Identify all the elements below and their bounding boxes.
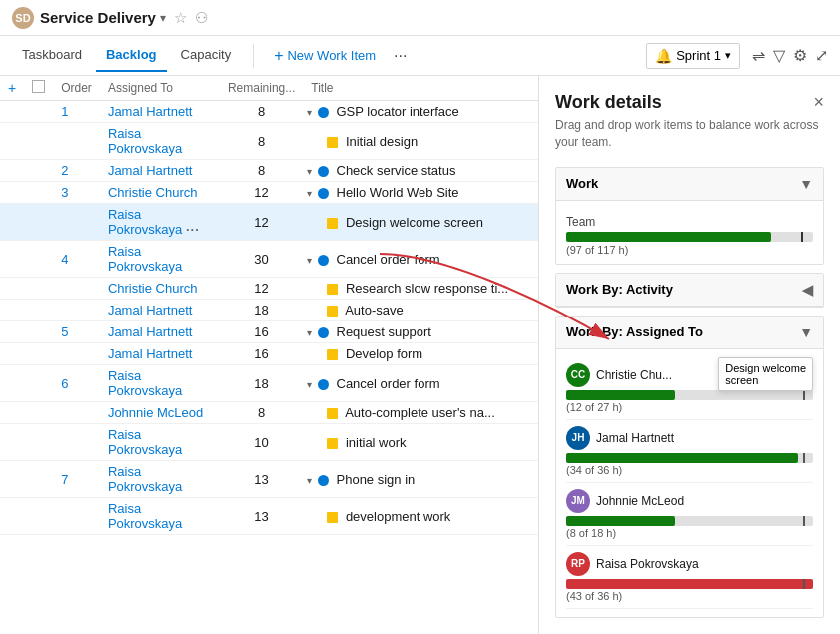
- row-remaining: 12: [220, 278, 303, 300]
- row-order: [53, 300, 100, 321]
- work-section: Work ▼ Team (97 of 117 h): [555, 167, 824, 265]
- checkbox-icon[interactable]: [32, 80, 45, 93]
- item-type-icon: [327, 512, 338, 523]
- row-check: [24, 101, 53, 123]
- row-assigned[interactable]: Raisa Pokrovskaya: [100, 241, 220, 278]
- plus-icon: +: [274, 47, 283, 65]
- row-assigned[interactable]: Jamal Hartnett: [100, 300, 220, 321]
- row-order: 6: [53, 365, 100, 402]
- assigned-section-content: CC Christie Chu... Design welcomescreen …: [556, 349, 823, 617]
- row-title[interactable]: ▾ Cancel order form: [303, 365, 538, 402]
- row-assigned[interactable]: Jamal Hartnett: [100, 101, 220, 123]
- table-row: Raisa Pokrovskaya 10 initial work: [0, 424, 538, 461]
- person-avatar: RP: [566, 552, 590, 576]
- row-order: [53, 204, 100, 241]
- row-assigned[interactable]: Johnnie McLeod: [100, 402, 220, 424]
- person-info-row: RP Raisa Pokrovskaya: [566, 552, 813, 576]
- nav-bar: Taskboard Backlog Capacity + New Work It…: [0, 36, 840, 76]
- person-hours: (34 of 36 h): [566, 464, 813, 476]
- row-order: [53, 123, 100, 160]
- item-type-icon: [318, 166, 329, 177]
- row-check: [24, 123, 53, 160]
- row-title[interactable]: ▾ Request support: [303, 321, 538, 343]
- collapse-icon[interactable]: ▾: [307, 475, 312, 486]
- expand-icon[interactable]: ⤢: [815, 46, 828, 65]
- row-title-text: Develop form: [346, 346, 422, 361]
- sprint-selector[interactable]: 🔔 Sprint 1 ▾: [646, 43, 740, 69]
- item-type-icon: [327, 349, 338, 360]
- collapse-icon[interactable]: ▾: [307, 255, 312, 266]
- row-assigned[interactable]: Raisa Pokrovskaya: [100, 498, 220, 535]
- new-work-item-button[interactable]: + New Work Item: [266, 43, 384, 69]
- row-title-text: initial work: [346, 435, 407, 450]
- row-title[interactable]: Research slow response ti...: [303, 278, 538, 300]
- collapse-icon[interactable]: ▾: [307, 107, 312, 118]
- team-bar-divider: [801, 232, 803, 242]
- row-assigned[interactable]: Raisa Pokrovskaya: [100, 461, 220, 498]
- assigned-section-header[interactable]: Work By: Assigned To ▼: [556, 317, 823, 349]
- table-row: Johnnie McLeod 8 Auto-complete user's na…: [0, 402, 538, 424]
- row-title[interactable]: ▾ Hello World Web Site: [303, 182, 538, 204]
- project-title: Service Delivery: [40, 9, 156, 26]
- row-title[interactable]: ▾ Cancel order form: [303, 241, 538, 278]
- add-icon[interactable]: +: [8, 80, 16, 96]
- more-options-button[interactable]: ···: [388, 43, 413, 69]
- star-icon[interactable]: ☆: [174, 9, 187, 27]
- tab-backlog[interactable]: Backlog: [96, 39, 167, 72]
- person-bar-bg: [566, 579, 813, 589]
- collapse-icon[interactable]: ▾: [307, 166, 312, 177]
- person-bar-fill: [566, 453, 798, 463]
- tab-taskboard[interactable]: Taskboard: [12, 39, 92, 72]
- person-bar-bg: [566, 516, 813, 526]
- row-assigned[interactable]: Jamal Hartnett: [100, 321, 220, 343]
- chevron-down-icon[interactable]: ▾: [160, 11, 166, 25]
- collapse-icon[interactable]: ▾: [307, 188, 312, 199]
- row-title[interactable]: Auto-save: [303, 300, 538, 321]
- row-assigned[interactable]: Raisa Pokrovskaya: [100, 365, 220, 402]
- col-assigned-header: Assigned To: [100, 76, 220, 101]
- row-assigned[interactable]: Christie Church: [100, 278, 220, 300]
- row-title-text: Cancel order form: [337, 252, 440, 267]
- person-avatar: JM: [566, 489, 590, 513]
- item-type-icon: [318, 107, 329, 118]
- row-assigned[interactable]: Jamal Hartnett: [100, 160, 220, 182]
- row-title[interactable]: development work: [303, 498, 538, 535]
- item-type-icon: [318, 255, 329, 266]
- person-bar-marker: [803, 390, 805, 400]
- person-icon[interactable]: ⚇: [195, 9, 208, 27]
- row-title[interactable]: Initial design: [303, 123, 538, 160]
- row-title[interactable]: Design welcome screen: [303, 204, 538, 241]
- filter-icon[interactable]: ▽: [773, 46, 785, 65]
- row-assigned[interactable]: Christie Church: [100, 182, 220, 204]
- row-title[interactable]: ▾ GSP locator interface: [303, 101, 538, 123]
- details-title: Work details: [555, 92, 662, 113]
- close-button[interactable]: ×: [813, 92, 824, 113]
- collapse-icon[interactable]: ▾: [307, 327, 312, 338]
- row-assigned[interactable]: Raisa Pokrovskaya ···: [100, 204, 220, 241]
- row-remaining: 8: [220, 123, 303, 160]
- row-title-text: Initial design: [346, 134, 418, 149]
- row-assigned[interactable]: Raisa Pokrovskaya: [100, 424, 220, 461]
- filter-settings-icon[interactable]: ⇌: [752, 46, 765, 65]
- row-title[interactable]: ▾ Check service status: [303, 160, 538, 182]
- person-bar-marker: [803, 579, 805, 589]
- row-title[interactable]: Auto-complete user's na...: [303, 402, 538, 424]
- table-row: Jamal Hartnett 16 Develop form: [0, 343, 538, 365]
- activity-section-header[interactable]: Work By: Activity ◀: [556, 274, 823, 307]
- row-assigned[interactable]: Jamal Hartnett: [100, 343, 220, 365]
- work-section-header[interactable]: Work ▼: [556, 168, 823, 201]
- row-add: [0, 461, 24, 498]
- row-title[interactable]: initial work: [303, 424, 538, 461]
- tab-capacity[interactable]: Capacity: [171, 39, 242, 72]
- row-title[interactable]: ▾ Phone sign in: [303, 461, 538, 498]
- collapse-icon[interactable]: ▾: [307, 379, 312, 390]
- row-title[interactable]: Develop form: [303, 343, 538, 365]
- row-assigned[interactable]: Raisa Pokrovskaya: [100, 123, 220, 160]
- item-type-icon: [327, 408, 338, 419]
- team-label: Team: [566, 215, 813, 229]
- settings-icon[interactable]: ⚙: [793, 46, 807, 65]
- col-add: +: [0, 76, 24, 101]
- row-actions[interactable]: ···: [186, 222, 200, 237]
- activity-label: Work By: Activity: [566, 282, 673, 297]
- row-remaining: 16: [220, 321, 303, 343]
